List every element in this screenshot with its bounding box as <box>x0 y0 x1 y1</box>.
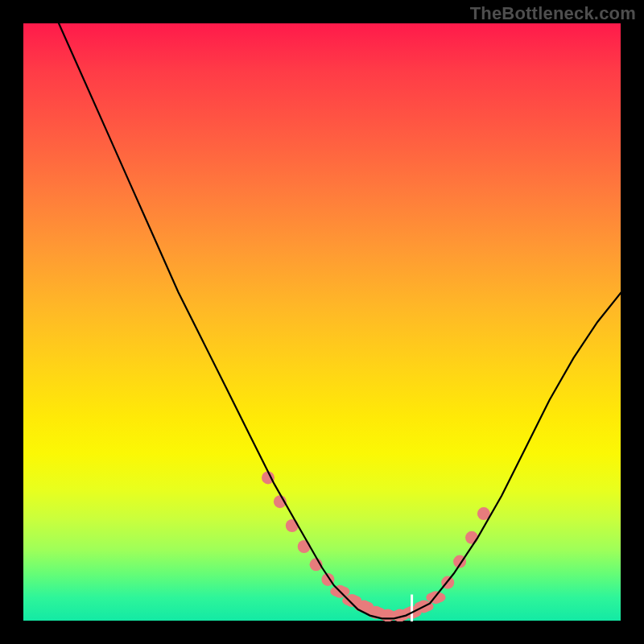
plot-area <box>23 23 621 621</box>
marker-dot <box>286 519 299 532</box>
watermark-text: TheBottleneck.com <box>470 3 636 24</box>
bottleneck-curve <box>59 23 621 618</box>
marker-dot <box>465 531 478 544</box>
plot-border <box>23 23 621 621</box>
highlight-markers <box>262 471 490 621</box>
chart-frame: TheBottleneck.com <box>0 0 644 644</box>
marker-dot <box>298 540 311 553</box>
plot-svg <box>23 23 621 621</box>
